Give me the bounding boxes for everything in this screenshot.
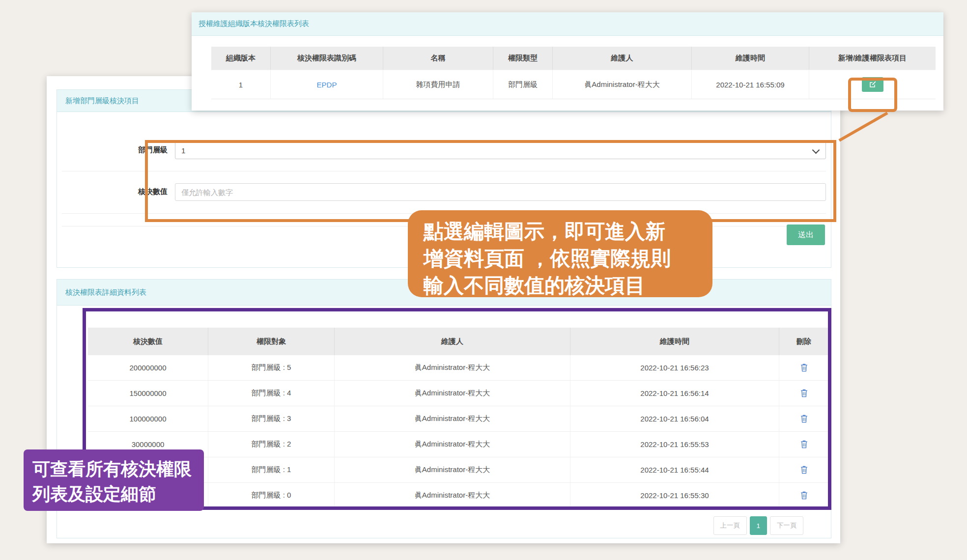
column-header: 新增/維護權限表項目 — [809, 47, 936, 70]
table-row: 部門層級 : 1 眞Administrator-程大大 2022-10-21 1… — [88, 457, 828, 483]
panel-header: 授權維護組織版本核決權限表列表 — [192, 12, 943, 36]
trash-icon — [800, 440, 808, 448]
table-row: 150000000 部門層級 : 4 眞Administrator-程大大 20… — [88, 381, 828, 406]
table-header-row: 組織版本 核決權限表識別碼 名稱 權限類型 維護人 維護時間 新增/維護權限表項… — [211, 47, 936, 70]
panel-approval-detail-list: 核決權限表詳細資料列表 核決數值 權限對象 維護人 維護時間 刪除 200000… — [57, 279, 831, 538]
pagination-next-button[interactable]: 下一頁 — [770, 516, 803, 535]
trash-icon — [800, 415, 808, 423]
perm-target-cell: 部門層級 : 3 — [208, 406, 335, 431]
delete-button[interactable] — [798, 489, 810, 502]
delete-button[interactable] — [798, 362, 810, 374]
maintainer-cell: 眞Administrator-程大大 — [335, 355, 570, 380]
column-header: 權限對象 — [208, 328, 335, 355]
maintainer-cell: 眞Administrator-程大大 — [335, 406, 570, 431]
approval-value-cell: 100000000 — [88, 406, 208, 431]
approval-value-cell — [88, 457, 208, 482]
dept-level-select-value: 1 — [181, 146, 185, 155]
panel-header: 核決權限表詳細資料列表 — [57, 280, 831, 306]
permission-table: 組織版本 核決權限表識別碼 名稱 權限類型 維護人 維護時間 新增/維護權限表項… — [211, 47, 936, 99]
perm-type-cell: 部門層級 — [493, 70, 553, 99]
column-header: 維護時間 — [692, 47, 809, 70]
approval-value-cell — [88, 483, 208, 508]
window-approval-settings: 新增部門層級核決項目 部門層級 1 核決數值 送出 核決權限表詳細資料列表 核決… — [47, 76, 840, 543]
perm-target-cell: 部門層級 : 2 — [208, 432, 335, 457]
trash-icon — [800, 364, 808, 372]
column-header: 維護時間 — [570, 328, 779, 355]
dept-level-select[interactable]: 1 — [175, 141, 826, 159]
maintained-time-cell: 2022-10-21 16:56:14 — [570, 381, 779, 406]
desktop-background: 新增部門層級核決項目 部門層級 1 核決數值 送出 核決權限表詳細資料列表 核決… — [0, 0, 967, 560]
column-header: 維護人 — [553, 47, 692, 70]
maintained-time-cell: 2022-10-21 16:55:53 — [570, 432, 779, 457]
edit-pencil-icon — [869, 81, 877, 88]
maintained-time-cell: 2022-10-21 16:55:30 — [570, 483, 779, 508]
maintained-time-cell: 2022-10-21 16:56:04 — [570, 406, 779, 431]
table-header-row: 核決數值 權限對象 維護人 維護時間 刪除 — [88, 328, 828, 355]
window-permission-table-list: 授權維護組織版本核決權限表列表 組織版本 核決權限表識別碼 名稱 權限類型 維護… — [192, 12, 943, 111]
window-title: 授權維護組織版本核決權限表列表 — [199, 19, 309, 28]
approval-value-input[interactable] — [175, 183, 826, 201]
divider — [62, 226, 826, 226]
delete-button[interactable] — [798, 413, 810, 425]
perm-target-cell: 部門層級 : 4 — [208, 381, 335, 406]
maintained-time-cell: 2022-10-21 16:56:23 — [570, 355, 779, 380]
column-header: 名稱 — [383, 47, 493, 70]
maintained-time-cell: 2022-10-21 16:55:44 — [570, 457, 779, 482]
pagination: 上一頁 1 下一頁 — [713, 516, 803, 535]
edit-button[interactable] — [862, 77, 883, 92]
maintained-time-cell: 2022-10-21 16:55:09 — [692, 70, 809, 99]
maintainer-cell: 眞Administrator-程大大 — [335, 457, 570, 482]
column-header: 權限類型 — [493, 47, 553, 70]
table-row: 200000000 部門層級 : 5 眞Administrator-程大大 20… — [88, 355, 828, 381]
approval-value-cell: 150000000 — [88, 381, 208, 406]
perm-target-cell: 部門層級 : 1 — [208, 457, 335, 482]
column-header: 維護人 — [335, 328, 570, 355]
maintainer-cell: 眞Administrator-程大大 — [335, 483, 570, 508]
approval-detail-table: 核決數值 權限對象 維護人 維護時間 刪除 200000000 部門層級 : 5… — [88, 328, 828, 508]
approval-value-cell: 30000000 — [88, 432, 208, 457]
delete-button[interactable] — [798, 438, 810, 450]
column-header: 組織版本 — [211, 47, 271, 70]
table-id-link[interactable]: EPDP — [317, 81, 337, 89]
submit-button[interactable]: 送出 — [787, 224, 825, 245]
approval-value-cell: 200000000 — [88, 355, 208, 380]
name-cell: 雜項費用申請 — [383, 70, 493, 99]
chevron-down-icon — [812, 146, 820, 154]
table-row: 1 EPDP 雜項費用申請 部門層級 眞Administrator-程大大 20… — [211, 70, 936, 99]
maintainer-cell: 眞Administrator-程大大 — [335, 381, 570, 406]
trash-icon — [800, 466, 808, 474]
column-header: 核決權限表識別碼 — [271, 47, 383, 70]
org-version-cell: 1 — [211, 70, 271, 99]
table-row: 30000000 部門層級 : 2 眞Administrator-程大大 202… — [88, 432, 828, 457]
perm-target-cell: 部門層級 : 5 — [208, 355, 335, 380]
table-row: 100000000 部門層級 : 3 眞Administrator-程大大 20… — [88, 406, 828, 432]
approval-value-label: 核決數值 — [138, 187, 168, 196]
column-header: 核決數值 — [88, 328, 208, 355]
dept-level-label: 部門層級 — [138, 145, 168, 155]
divider — [62, 171, 826, 171]
panel-title-add-item: 新增部門層級核決項目 — [65, 96, 139, 106]
panel-add-dept-level-item: 新增部門層級核決項目 部門層級 1 核決數值 送出 — [57, 89, 831, 268]
perm-target-cell: 部門層級 : 0 — [208, 483, 335, 508]
divider — [62, 213, 826, 214]
maintainer-cell: 眞Administrator-程大大 — [335, 432, 570, 457]
trash-icon — [800, 491, 808, 500]
panel-title-detail-list: 核決權限表詳細資料列表 — [65, 288, 146, 297]
delete-button[interactable] — [798, 387, 810, 399]
pagination-prev-button[interactable]: 上一頁 — [713, 516, 747, 535]
maintainer-cell: 眞Administrator-程大大 — [553, 70, 692, 99]
table-row: 部門層級 : 0 眞Administrator-程大大 2022-10-21 1… — [88, 483, 828, 508]
column-header: 刪除 — [779, 328, 828, 355]
pagination-page-1-button[interactable]: 1 — [750, 516, 767, 535]
trash-icon — [800, 389, 808, 397]
delete-button[interactable] — [798, 464, 810, 476]
